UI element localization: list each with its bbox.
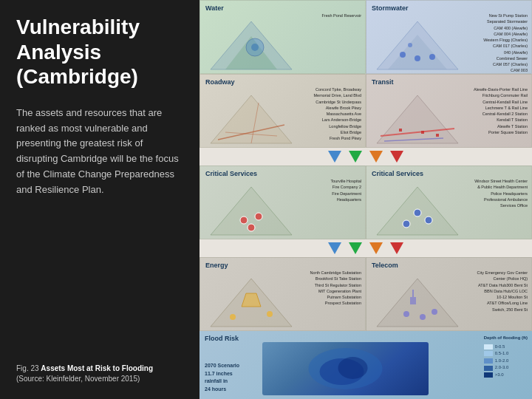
critical1-title: Critical Services (205, 170, 257, 177)
energy-cell: Energy North Cambridge SubstationBrookfo… (200, 257, 366, 331)
right-panel: Water Fresh Pond Reservoir Stormwater Ne… (200, 0, 532, 399)
arrow-red (390, 151, 403, 163)
flood-legend: Depth of flooding (ft) 0-0.5 0.5-1.0 1.0… (484, 335, 528, 379)
arrow-green-2 (349, 242, 362, 254)
telecom-title: Telecom (372, 262, 398, 269)
roadway-items: Concord Tpke, BroadwayMemorial Drive, La… (314, 86, 362, 141)
row-road-transit: Roadway Concord Tpke, BroadwayMemorial D… (200, 74, 532, 148)
roadway-title: Roadway (205, 78, 235, 86)
critical2-title: Critical Services (372, 170, 423, 177)
transit-title: Transit (372, 78, 394, 86)
flood-scenario: 2070 Scenario11.7 inchesrainfall in24 ho… (205, 362, 239, 393)
flood-row: Flood Risk 2070 Scenario11.7 inchesrainf… (200, 331, 532, 399)
arrow-blue (328, 151, 341, 163)
arrow-orange (369, 151, 383, 163)
svg-point-21 (240, 216, 248, 224)
critical2-items: Windsor Street Health Center& Public Hea… (474, 178, 528, 208)
legend-item-3: 1.0-2.0 (484, 358, 528, 365)
critical2-cell: Critical Services Windsor Street Health … (366, 166, 532, 239)
left-panel: VulnerabilityAnalysis(Cambridge) The ass… (0, 0, 200, 399)
arrow-blue-2 (328, 242, 341, 254)
svg-point-9 (408, 43, 412, 47)
svg-point-22 (255, 213, 262, 220)
legend-item-1: 0-0.5 (484, 344, 528, 351)
arrows-row-2 (200, 239, 532, 257)
arrow-green (349, 151, 362, 163)
legend-item-2: 0.5-1.0 (484, 350, 528, 358)
stormwater-title: Stormwater (372, 4, 409, 12)
svg-point-8 (429, 54, 435, 60)
svg-rect-33 (410, 297, 416, 304)
row-critical: Critical Services Tourville HospitalFire… (200, 166, 532, 239)
water-title: Water (205, 4, 224, 12)
svg-point-40 (338, 357, 368, 379)
arrows-row-1 (200, 148, 532, 166)
roadway-map-svg (203, 88, 299, 147)
svg-point-26 (425, 216, 432, 224)
energy-title: Energy (205, 262, 228, 269)
telecom-cell: Telecom City Emergency Gov CenterCenter … (366, 257, 532, 331)
critical1-map-svg (203, 180, 299, 239)
roadway-cell: Roadway Concord Tpke, BroadwayMemorial D… (200, 74, 366, 148)
water-cell: Water Fresh Pond Reservoir (200, 0, 366, 74)
svg-point-37 (432, 309, 437, 315)
svg-point-7 (415, 55, 420, 61)
arrow-red-2 (390, 242, 403, 254)
transit-cell: Transit Alewife-Davis-Porter Rail LineFi… (366, 74, 532, 148)
svg-point-36 (420, 314, 426, 320)
row-energy-telecom: Energy North Cambridge SubstationBrookfo… (200, 257, 532, 331)
legend-item-4: 2.0-3.0 (484, 364, 528, 372)
telecom-map-svg (369, 271, 466, 330)
stormwater-map-svg (369, 14, 466, 73)
svg-point-30 (230, 314, 236, 320)
svg-point-27 (414, 209, 421, 216)
energy-map-svg (203, 271, 299, 330)
main-title: VulnerabilityAnalysis(Cambridge) (16, 15, 183, 89)
critical1-cell: Critical Services Tourville HospitalFire… (200, 166, 366, 239)
figure-caption: Fig. 23 Assets Most at Risk to Flooding … (16, 364, 183, 384)
description-text: The assets and resources that are ranked… (16, 106, 183, 353)
energy-items: North Cambridge SubstationBrookford St T… (310, 270, 361, 307)
critical1-items: Tourville HospitalFire Company 2Fire Dep… (330, 178, 361, 202)
stormwater-items: New St Pump StationSeparated StormwaterC… (483, 13, 528, 74)
svg-marker-14 (377, 95, 458, 143)
svg-point-25 (403, 220, 410, 228)
transit-map-svg (369, 88, 466, 147)
row-water-stormwater: Water Fresh Pond Reservoir Stormwater Ne… (200, 0, 532, 74)
svg-marker-32 (377, 279, 458, 327)
svg-point-35 (403, 311, 409, 317)
water-items: Fresh Pond Reservoir (322, 13, 362, 18)
svg-rect-19 (436, 134, 439, 137)
svg-marker-10 (211, 95, 292, 143)
svg-point-6 (400, 52, 406, 58)
stormwater-cell: Stormwater New St Pump StationSeparated … (366, 0, 532, 74)
svg-rect-18 (421, 131, 424, 134)
arrow-orange-2 (369, 242, 383, 254)
svg-rect-17 (399, 129, 402, 132)
legend-item-5: >3.0 (484, 372, 528, 379)
svg-point-31 (267, 311, 273, 317)
water-map-svg (203, 14, 299, 73)
flood-legend-title: Depth of flooding (ft) (484, 335, 528, 342)
svg-point-3 (251, 44, 259, 51)
transit-items: Alewife-Davis-Porter Rail LineFitchburg … (474, 86, 528, 135)
telecom-items: City Emergency Gov CenterCenter (Police … (477, 270, 528, 313)
flood-title: Flood Risk (205, 335, 239, 342)
infographic: Water Fresh Pond Reservoir Stormwater Ne… (200, 0, 532, 399)
svg-point-23 (248, 224, 255, 231)
critical2-map-svg (369, 180, 466, 239)
flood-map-svg (262, 342, 429, 395)
flood-map-area (262, 342, 429, 395)
